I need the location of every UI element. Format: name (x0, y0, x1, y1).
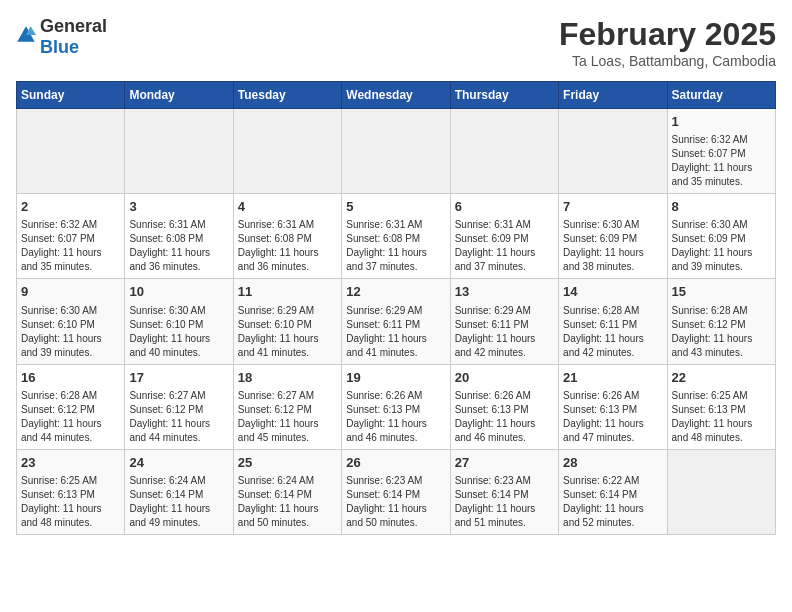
day-cell: 14Sunrise: 6:28 AM Sunset: 6:11 PM Dayli… (559, 279, 667, 364)
logo-blue-text: Blue (40, 37, 79, 57)
day-cell: 26Sunrise: 6:23 AM Sunset: 6:14 PM Dayli… (342, 449, 450, 534)
day-number: 3 (129, 198, 228, 216)
day-number: 27 (455, 454, 554, 472)
day-cell (233, 109, 341, 194)
weekday-header-row: SundayMondayTuesdayWednesdayThursdayFrid… (17, 82, 776, 109)
day-cell: 19Sunrise: 6:26 AM Sunset: 6:13 PM Dayli… (342, 364, 450, 449)
day-number: 23 (21, 454, 120, 472)
day-cell: 11Sunrise: 6:29 AM Sunset: 6:10 PM Dayli… (233, 279, 341, 364)
weekday-header-thursday: Thursday (450, 82, 558, 109)
day-cell: 2Sunrise: 6:32 AM Sunset: 6:07 PM Daylig… (17, 194, 125, 279)
day-cell (342, 109, 450, 194)
day-number: 18 (238, 369, 337, 387)
day-number: 5 (346, 198, 445, 216)
day-number: 14 (563, 283, 662, 301)
day-number: 1 (672, 113, 771, 131)
day-number: 6 (455, 198, 554, 216)
week-row-3: 9Sunrise: 6:30 AM Sunset: 6:10 PM Daylig… (17, 279, 776, 364)
day-cell (559, 109, 667, 194)
day-detail: Sunrise: 6:28 AM Sunset: 6:12 PM Dayligh… (672, 304, 771, 360)
day-detail: Sunrise: 6:25 AM Sunset: 6:13 PM Dayligh… (672, 389, 771, 445)
day-cell: 20Sunrise: 6:26 AM Sunset: 6:13 PM Dayli… (450, 364, 558, 449)
day-cell (17, 109, 125, 194)
day-detail: Sunrise: 6:28 AM Sunset: 6:12 PM Dayligh… (21, 389, 120, 445)
day-detail: Sunrise: 6:30 AM Sunset: 6:09 PM Dayligh… (672, 218, 771, 274)
day-number: 8 (672, 198, 771, 216)
day-cell: 22Sunrise: 6:25 AM Sunset: 6:13 PM Dayli… (667, 364, 775, 449)
day-detail: Sunrise: 6:29 AM Sunset: 6:11 PM Dayligh… (346, 304, 445, 360)
day-detail: Sunrise: 6:30 AM Sunset: 6:09 PM Dayligh… (563, 218, 662, 274)
day-cell: 23Sunrise: 6:25 AM Sunset: 6:13 PM Dayli… (17, 449, 125, 534)
day-detail: Sunrise: 6:25 AM Sunset: 6:13 PM Dayligh… (21, 474, 120, 530)
day-detail: Sunrise: 6:32 AM Sunset: 6:07 PM Dayligh… (672, 133, 771, 189)
calendar-table: SundayMondayTuesdayWednesdayThursdayFrid… (16, 81, 776, 535)
day-number: 25 (238, 454, 337, 472)
day-number: 9 (21, 283, 120, 301)
day-detail: Sunrise: 6:26 AM Sunset: 6:13 PM Dayligh… (346, 389, 445, 445)
day-cell: 27Sunrise: 6:23 AM Sunset: 6:14 PM Dayli… (450, 449, 558, 534)
day-detail: Sunrise: 6:27 AM Sunset: 6:12 PM Dayligh… (238, 389, 337, 445)
title-area: February 2025 Ta Loas, Battambang, Cambo… (559, 16, 776, 69)
day-detail: Sunrise: 6:27 AM Sunset: 6:12 PM Dayligh… (129, 389, 228, 445)
day-detail: Sunrise: 6:30 AM Sunset: 6:10 PM Dayligh… (21, 304, 120, 360)
day-number: 17 (129, 369, 228, 387)
day-cell (450, 109, 558, 194)
day-cell (667, 449, 775, 534)
day-number: 22 (672, 369, 771, 387)
day-number: 10 (129, 283, 228, 301)
main-title: February 2025 (559, 16, 776, 53)
day-detail: Sunrise: 6:31 AM Sunset: 6:08 PM Dayligh… (238, 218, 337, 274)
weekday-header-friday: Friday (559, 82, 667, 109)
day-cell: 25Sunrise: 6:24 AM Sunset: 6:14 PM Dayli… (233, 449, 341, 534)
day-cell: 15Sunrise: 6:28 AM Sunset: 6:12 PM Dayli… (667, 279, 775, 364)
day-number: 7 (563, 198, 662, 216)
day-number: 15 (672, 283, 771, 301)
day-detail: Sunrise: 6:29 AM Sunset: 6:10 PM Dayligh… (238, 304, 337, 360)
day-number: 16 (21, 369, 120, 387)
day-cell: 12Sunrise: 6:29 AM Sunset: 6:11 PM Dayli… (342, 279, 450, 364)
day-number: 12 (346, 283, 445, 301)
day-cell (125, 109, 233, 194)
day-detail: Sunrise: 6:26 AM Sunset: 6:13 PM Dayligh… (563, 389, 662, 445)
day-cell: 5Sunrise: 6:31 AM Sunset: 6:08 PM Daylig… (342, 194, 450, 279)
week-row-4: 16Sunrise: 6:28 AM Sunset: 6:12 PM Dayli… (17, 364, 776, 449)
day-number: 20 (455, 369, 554, 387)
day-cell: 24Sunrise: 6:24 AM Sunset: 6:14 PM Dayli… (125, 449, 233, 534)
day-cell: 9Sunrise: 6:30 AM Sunset: 6:10 PM Daylig… (17, 279, 125, 364)
day-cell: 6Sunrise: 6:31 AM Sunset: 6:09 PM Daylig… (450, 194, 558, 279)
day-number: 21 (563, 369, 662, 387)
day-cell: 7Sunrise: 6:30 AM Sunset: 6:09 PM Daylig… (559, 194, 667, 279)
week-row-5: 23Sunrise: 6:25 AM Sunset: 6:13 PM Dayli… (17, 449, 776, 534)
day-cell: 21Sunrise: 6:26 AM Sunset: 6:13 PM Dayli… (559, 364, 667, 449)
weekday-header-saturday: Saturday (667, 82, 775, 109)
day-detail: Sunrise: 6:26 AM Sunset: 6:13 PM Dayligh… (455, 389, 554, 445)
logo: General Blue (16, 16, 107, 58)
day-detail: Sunrise: 6:31 AM Sunset: 6:08 PM Dayligh… (346, 218, 445, 274)
week-row-1: 1Sunrise: 6:32 AM Sunset: 6:07 PM Daylig… (17, 109, 776, 194)
day-number: 19 (346, 369, 445, 387)
day-number: 24 (129, 454, 228, 472)
week-row-2: 2Sunrise: 6:32 AM Sunset: 6:07 PM Daylig… (17, 194, 776, 279)
day-detail: Sunrise: 6:24 AM Sunset: 6:14 PM Dayligh… (238, 474, 337, 530)
day-detail: Sunrise: 6:22 AM Sunset: 6:14 PM Dayligh… (563, 474, 662, 530)
weekday-header-sunday: Sunday (17, 82, 125, 109)
day-detail: Sunrise: 6:23 AM Sunset: 6:14 PM Dayligh… (455, 474, 554, 530)
logo-general-text: General (40, 16, 107, 36)
day-cell: 10Sunrise: 6:30 AM Sunset: 6:10 PM Dayli… (125, 279, 233, 364)
day-number: 11 (238, 283, 337, 301)
header: General Blue February 2025 Ta Loas, Batt… (16, 16, 776, 69)
day-detail: Sunrise: 6:28 AM Sunset: 6:11 PM Dayligh… (563, 304, 662, 360)
day-detail: Sunrise: 6:30 AM Sunset: 6:10 PM Dayligh… (129, 304, 228, 360)
day-cell: 8Sunrise: 6:30 AM Sunset: 6:09 PM Daylig… (667, 194, 775, 279)
weekday-header-wednesday: Wednesday (342, 82, 450, 109)
day-detail: Sunrise: 6:29 AM Sunset: 6:11 PM Dayligh… (455, 304, 554, 360)
day-number: 13 (455, 283, 554, 301)
weekday-header-monday: Monday (125, 82, 233, 109)
weekday-header-tuesday: Tuesday (233, 82, 341, 109)
day-number: 4 (238, 198, 337, 216)
day-number: 2 (21, 198, 120, 216)
day-cell: 13Sunrise: 6:29 AM Sunset: 6:11 PM Dayli… (450, 279, 558, 364)
day-number: 28 (563, 454, 662, 472)
day-cell: 1Sunrise: 6:32 AM Sunset: 6:07 PM Daylig… (667, 109, 775, 194)
logo-icon (16, 25, 36, 45)
